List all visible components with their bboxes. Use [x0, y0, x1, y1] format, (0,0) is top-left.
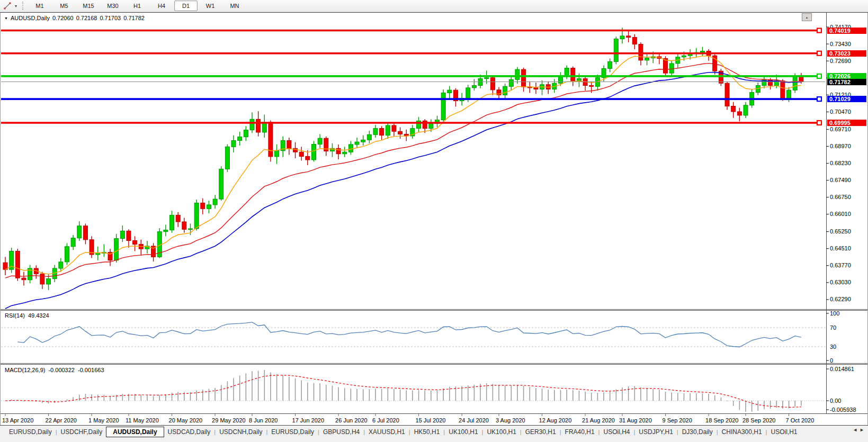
- date-tick-label: 20 May 2020: [169, 417, 203, 423]
- date-tick-label: 6 Jul 2020: [372, 417, 399, 423]
- price-tick-label: 0.62290: [830, 296, 851, 302]
- date-tick-label: 29 May 2020: [212, 417, 246, 423]
- chart-tab-hk50-h1[interactable]: HK50,H1: [410, 427, 444, 437]
- rsi-indicator-value: 49.4324: [28, 312, 49, 319]
- price-tick-label: 0.70470: [830, 109, 851, 115]
- ma-slow-line: [5, 73, 801, 309]
- chart-tab-audusd-daily[interactable]: AUDUSD,Daily: [106, 427, 164, 437]
- chart-tab-usdcnh-daily[interactable]: USDCNH,Daily: [216, 427, 266, 437]
- chart-tab-bar: EURUSD,Daily|USDCHF,DailyAUDUSD,DailyUSD…: [0, 426, 868, 438]
- support-line-tag: 0.69995: [827, 120, 866, 126]
- date-tick-label: 28 Sep 2020: [742, 417, 775, 423]
- chart-tab-usdchf-daily[interactable]: USDCHF,Daily: [57, 427, 106, 437]
- timeframe-button-m15[interactable]: M15: [77, 1, 100, 11]
- quote-low: 0.71703: [100, 15, 121, 21]
- scroll-up-button[interactable]: ▲: [802, 13, 812, 21]
- macd-axis-label: 0.00: [830, 398, 841, 404]
- chart-symbol: AUDUSD,Daily: [11, 15, 50, 21]
- macd-histogram: [5, 370, 801, 412]
- date-tick-label: 1 May 2020: [88, 417, 119, 423]
- ma-fast-line: [5, 56, 801, 274]
- price-tick-label: 0.64510: [830, 246, 851, 251]
- chart-tab-dj30-daily[interactable]: DJ30,Daily: [678, 427, 717, 437]
- date-tick-label: 12 Aug 2020: [539, 417, 572, 423]
- date-tick-label: 3 Aug 2020: [496, 417, 525, 423]
- tab-scroll-arrows: ◄►: [853, 427, 866, 432]
- price-tick-label: 0.65250: [830, 229, 851, 234]
- timeframe-button-m1[interactable]: M1: [28, 1, 51, 11]
- chart-tab-gbpusd-h4[interactable]: GBPUSD,H4: [319, 427, 363, 437]
- date-tick-label: 17 Jun 2020: [292, 417, 325, 423]
- chart-tab-uk100-h1[interactable]: UK100,H1: [445, 427, 481, 437]
- date-tick-label: 7 Oct 2020: [786, 417, 815, 423]
- tab-scroll-left-icon[interactable]: ◄: [853, 427, 860, 432]
- date-tick-label: 26 Jun 2020: [335, 417, 368, 423]
- timeframe-button-mn[interactable]: MN: [223, 1, 246, 11]
- price-tick-label: 0.69710: [830, 127, 851, 132]
- rsi-indicator-name: RSI(14): [5, 312, 25, 319]
- rsi-line: [17, 322, 801, 347]
- timeframe-button-m30[interactable]: M30: [101, 1, 124, 11]
- date-tick-label: 31 Aug 2020: [619, 417, 652, 423]
- rsi-axis-label: 30: [830, 344, 836, 350]
- date-tick-label: 8 Jun 2020: [249, 417, 278, 423]
- date-tick-label: 18 Sep 2020: [705, 417, 738, 423]
- chart-tab-eurusd-daily[interactable]: EURUSD,Daily: [267, 427, 318, 437]
- price-tick-label: 0.68970: [830, 143, 851, 149]
- price-tick-label: 0.63770: [830, 263, 851, 268]
- chart-tab-fra40-h1[interactable]: FRA40,H1: [561, 427, 598, 437]
- timeframe-button-m5[interactable]: M5: [52, 1, 76, 11]
- timeframe-button-d1[interactable]: D1: [174, 1, 198, 11]
- macd-signal-value: -0.001663: [78, 367, 104, 373]
- rsi-axis-label: 0: [830, 358, 833, 364]
- toolbar: ▾ M1M5M15M30H1H4D1W1MN: [0, 0, 868, 12]
- date-tick-label: 24 Jul 2020: [459, 417, 489, 423]
- date-tick-label: 13 Apr 2020: [2, 417, 33, 423]
- price-tick-label: 0.66750: [830, 194, 851, 200]
- current-price-tag: 0.71782: [827, 79, 866, 85]
- date-tick-label: 11 May 2020: [126, 417, 159, 423]
- macd-axis-label: 0.014861: [830, 366, 854, 372]
- support-line-tag: 0.71029: [827, 96, 866, 102]
- quote-open: 0.72060: [52, 15, 74, 21]
- price-tick-label: 0.72690: [830, 58, 851, 64]
- ma-medium-line: [5, 64, 801, 278]
- chart-tab-usoil-h1[interactable]: USOil,H1: [767, 427, 801, 437]
- chart-tab-ger30-h1[interactable]: GER30,H1: [522, 427, 560, 437]
- quote-high: 0.72168: [76, 15, 97, 21]
- macd-signal-line: [5, 375, 801, 408]
- price-tick-label: 0.66010: [830, 211, 851, 217]
- macd-label: MACD(12,26,9)-0.000322-0.001663: [5, 367, 108, 373]
- chart-tab-usoil-h4[interactable]: USOil,H4: [599, 427, 633, 437]
- macd-indicator-name: MACD(12,26,9): [5, 367, 45, 373]
- price-tick-label: 0.68230: [830, 160, 851, 166]
- date-tick-label: 9 Sep 2020: [663, 417, 692, 423]
- macd-main-value: -0.000322: [48, 367, 75, 373]
- chart-tab-uk100-h1[interactable]: UK100,H1: [483, 427, 520, 437]
- price-tick-label: 0.73430: [830, 41, 851, 47]
- dropdown-arrow-icon[interactable]: ▾: [13, 4, 19, 8]
- date-tick-label: 15 Jul 2020: [416, 417, 446, 423]
- chart-tab-usdjpy-h1[interactable]: USDJPY,H1: [635, 427, 676, 437]
- price-tick-label: 0.67490: [830, 177, 851, 183]
- chart-tab-eurusd-daily[interactable]: EURUSD,Daily: [5, 427, 56, 437]
- resistance-line-tag: 0.73023: [827, 50, 866, 57]
- chart-tab-xauusd-h1[interactable]: XAUUSD,H1: [365, 427, 409, 437]
- chart-tab-usdcad-daily[interactable]: USDCAD,Daily: [164, 427, 214, 437]
- timeframe-button-h1[interactable]: H1: [126, 1, 149, 11]
- chart-tab-china300-h1[interactable]: CHINA300,H1: [718, 427, 766, 437]
- collapse-arrow-icon[interactable]: ▼: [4, 16, 8, 20]
- macd-axis-label: -0.005938: [830, 407, 856, 413]
- rsi-axis-label: 70: [830, 325, 836, 331]
- timeframe-button-h4[interactable]: H4: [150, 1, 173, 11]
- tab-scroll-right-icon[interactable]: ►: [860, 427, 866, 432]
- rsi-axis-label: 100: [830, 311, 839, 317]
- quote-close: 0.71782: [123, 15, 145, 21]
- price-tick-label: 0.63030: [830, 279, 851, 285]
- chart-canvas[interactable]: [0, 0, 868, 442]
- rsi-label: RSI(14)49.4324: [5, 312, 52, 319]
- date-tick-label: 21 Aug 2020: [582, 417, 615, 423]
- timeframe-button-w1[interactable]: W1: [199, 1, 222, 11]
- line-tool-icon[interactable]: [2, 1, 13, 11]
- toolbar-grip: [22, 2, 23, 10]
